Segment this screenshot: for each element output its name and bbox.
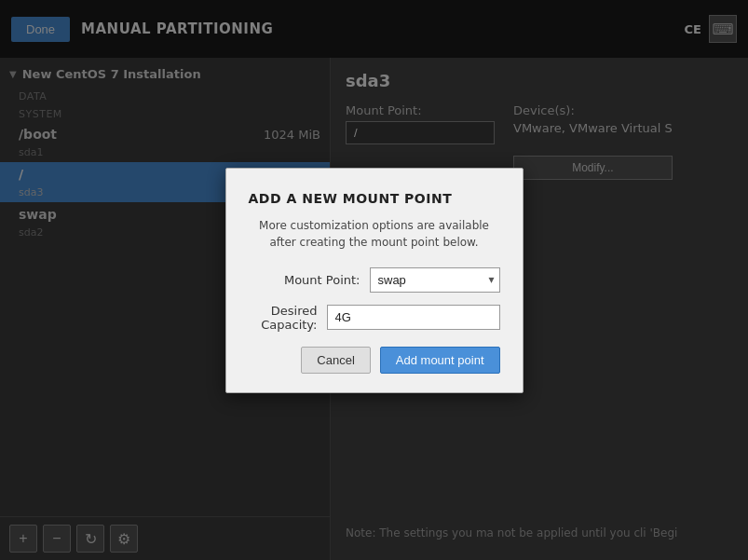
modal-mount-point-select-wrapper: swap / /boot /home /tmp /var ▾: [370, 267, 500, 293]
modal-mount-point-row: Mount Point: swap / /boot /home /tmp /va…: [249, 267, 500, 293]
modal-desired-capacity-input[interactable]: [327, 305, 500, 330]
modal-mount-point-select[interactable]: swap / /boot /home /tmp /var: [370, 267, 500, 293]
modal-buttons: Cancel Add mount point: [249, 347, 500, 374]
modal-title: ADD A NEW MOUNT POINT: [249, 191, 500, 206]
modal-desired-capacity-row: Desired Capacity:: [249, 304, 500, 332]
add-mount-point-modal: ADD A NEW MOUNT POINT More customization…: [225, 168, 524, 393]
add-mount-point-button[interactable]: Add mount point: [380, 347, 500, 374]
cancel-button[interactable]: Cancel: [301, 347, 370, 374]
modal-desired-capacity-label: Desired Capacity:: [249, 304, 318, 332]
modal-mount-point-label: Mount Point:: [249, 273, 360, 287]
modal-description: More customization options are available…: [249, 217, 500, 251]
modal-overlay: ADD A NEW MOUNT POINT More customization…: [0, 0, 748, 560]
